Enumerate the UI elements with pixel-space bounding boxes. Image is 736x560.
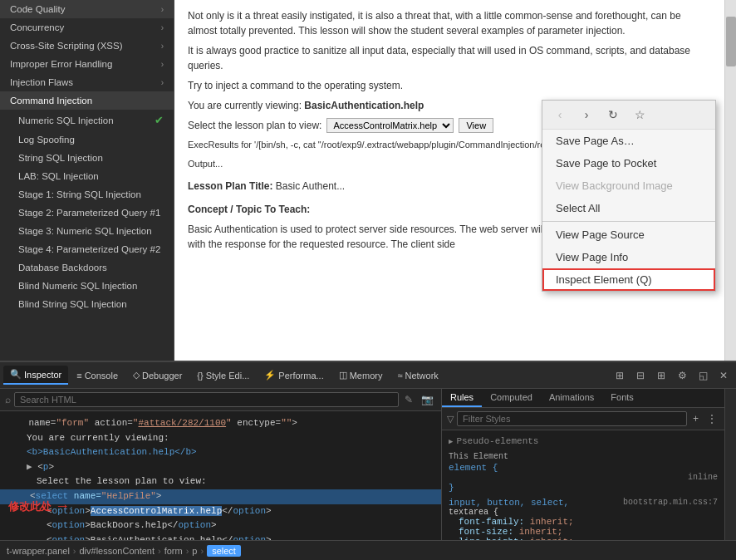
sidebar-item-stage1[interactable]: Stage 1: String SQL Injection [0, 185, 174, 204]
html-search-input[interactable] [14, 392, 399, 407]
sidebar-item-stage4[interactable]: Stage 4: Parameterized Query #2 [0, 240, 174, 258]
context-menu-save-page-as[interactable]: Save Page As… [542, 130, 715, 152]
responsive-button[interactable]: ◱ [694, 366, 712, 385]
sidebar-item-string-sql[interactable]: String SQL Injection [0, 149, 174, 167]
inspector-icon: 🔍 [10, 369, 22, 380]
this-element-label: This Element [449, 449, 718, 463]
devtools-scrollbar[interactable] [724, 389, 736, 540]
css-tab-computed[interactable]: Computed [482, 389, 541, 407]
css-tab-fonts[interactable]: Fonts [602, 389, 642, 407]
context-menu-select-all[interactable]: Select All [542, 197, 715, 219]
sidebar-item-lab-sql[interactable]: LAB: SQL Injection [0, 167, 174, 185]
sidebar-item-error-handling[interactable]: Improper Error Handling › [0, 55, 174, 73]
css-rule-element: element { inline } [449, 463, 718, 493]
css-inline-rule: inline [449, 473, 718, 483]
nav-reload-button[interactable]: ↻ [602, 105, 624, 125]
context-menu-view-page-info[interactable]: View Page Info [542, 246, 715, 268]
devtools-toolbar-right: ⊞ ⊟ ⊞ ⚙ ◱ ✕ [611, 366, 733, 385]
breadcrumb-select[interactable]: select [207, 545, 241, 557]
markup-btn[interactable]: ✎ [402, 393, 415, 406]
breadcrumb-p[interactable]: p [192, 546, 197, 556]
nav-forward-button[interactable]: › [576, 105, 597, 125]
console-icon: ≡ [76, 371, 81, 381]
sidebar-item-command-injection[interactable]: Command Injection [0, 91, 174, 110]
breadcrumb-sep-3: › [186, 546, 189, 556]
css-tab-animations[interactable]: Animations [541, 389, 602, 407]
sidebar-item-stage2[interactable]: Stage 2: Parameterized Query #1 [0, 204, 174, 222]
devtools-content: ⌕ ✎ 📷 name="form" action="#attack/282/11… [0, 389, 736, 540]
tab-style-editor[interactable]: {} Style Edi... [190, 367, 256, 384]
debugger-icon: ◇ [133, 370, 140, 381]
html-line-option3: <option>BasicAuthentication.help</option… [7, 533, 434, 540]
sidebar-item-injection-flaws[interactable]: Injection Flaws › [0, 73, 174, 91]
devtools-panel: 🔍 Inspector ≡ Console ◇ Debugger {} Styl… [0, 361, 736, 560]
pseudo-elements[interactable]: ▶ Pseudo-elements [449, 434, 718, 449]
breadcrumb-sep-1: › [73, 546, 76, 556]
sidebar: Code Quality › Concurrency › Cross-Site … [0, 0, 174, 361]
settings-button[interactable]: ⚙ [673, 366, 691, 385]
tab-debugger[interactable]: ◇ Debugger [126, 366, 189, 384]
html-line-5: Select the lesson plan to view: [7, 474, 434, 489]
css-tabs: Rules Computed Animations Fonts [442, 389, 724, 408]
content-area: Not only is it a threat easily instigate… [174, 0, 724, 361]
html-panel: ⌕ ✎ 📷 name="form" action="#attack/282/11… [0, 389, 442, 540]
tab-network[interactable]: ≈ Network [390, 367, 444, 384]
html-line-3: <b>BasicAuthentication.help</b> [7, 445, 434, 460]
paragraph2: It is always good practice to sanitize a… [188, 43, 711, 73]
context-menu-save-pocket[interactable]: Save Page to Pocket [542, 152, 715, 174]
breadcrumb-sep-4: › [200, 546, 204, 556]
dock-button[interactable]: ⊟ [631, 366, 650, 385]
css-options-button[interactable]: ⋮ [704, 413, 719, 425]
search-icon: ⌕ [5, 394, 11, 405]
triangle-icon: ▶ [449, 437, 453, 446]
tab-console[interactable]: ≡ Console [70, 367, 125, 384]
network-icon: ≈ [397, 371, 402, 381]
arrow-icon: › [161, 23, 164, 32]
checkmark-icon: ✔ [155, 114, 164, 126]
view-button[interactable]: View [459, 118, 493, 133]
html-line-option2: <option>BackDoors.help</option> [7, 518, 434, 533]
sidebar-item-numeric-sql[interactable]: Numeric SQL Injection ✔ [0, 110, 174, 130]
new-tab-button[interactable]: ⊞ [611, 366, 629, 385]
tab-inspector[interactable]: 🔍 Inspector [3, 366, 68, 385]
sidebar-item-log-spoofing[interactable]: Log Spoofing [0, 130, 174, 149]
sidebar-item-db-backdoors[interactable]: Database Backdoors [0, 258, 174, 277]
performance-icon: ⚡ [264, 370, 276, 381]
screenshot-btn[interactable]: 📷 [419, 393, 436, 406]
close-devtools-button[interactable]: ✕ [714, 366, 733, 385]
context-menu-view-bg-image: View Background Image [542, 174, 715, 197]
tab-performance[interactable]: ⚡ Performa... [258, 366, 330, 384]
breadcrumb-lesson-content[interactable]: div#lessonContent [80, 546, 155, 556]
nav-bookmark-button[interactable]: ☆ [629, 105, 650, 125]
context-menu-nav: ‹ › ↻ ☆ [542, 101, 715, 130]
sidebar-item-blind-numeric[interactable]: Blind Numeric SQL Injection [0, 277, 174, 295]
css-panel: Rules Computed Animations Fonts ▽ + ⋮ ▶ … [442, 389, 724, 540]
sidebar-item-code-quality[interactable]: Code Quality › [0, 0, 174, 18]
tab-memory[interactable]: ◫ Memory [332, 366, 390, 384]
html-line-1: name="form" action="#attack/282/1100" en… [7, 416, 434, 431]
breadcrumb-twrapper[interactable]: t-wrapper.panel [7, 546, 70, 556]
main-container: Code Quality › Concurrency › Cross-Site … [0, 0, 736, 560]
sidebar-item-stage3[interactable]: Stage 3: Numeric SQL Injection [0, 222, 174, 240]
css-add-button[interactable]: + [690, 413, 701, 425]
context-menu: ‹ › ↻ ☆ Save Page As… Save Page to Pocke… [542, 100, 716, 292]
css-content: ▶ Pseudo-elements This Element element {… [442, 430, 724, 540]
page-scrollbar[interactable] [724, 0, 736, 361]
sidebar-item-blind-string[interactable]: Blind String SQL Injection [0, 295, 174, 313]
context-menu-view-source[interactable]: View Page Source [542, 224, 715, 246]
lesson-select[interactable]: AccessControlMatrix.help [326, 118, 454, 133]
top-section: Code Quality › Concurrency › Cross-Site … [0, 0, 736, 361]
context-menu-separator [542, 221, 715, 222]
sidebar-item-concurrency[interactable]: Concurrency › [0, 18, 174, 37]
annotation-label: 修改此处 → [8, 498, 70, 515]
css-property-font-size: font-size: inherit; [449, 527, 718, 537]
breadcrumb-form[interactable]: form [164, 546, 183, 556]
css-tab-rules[interactable]: Rules [442, 389, 482, 407]
context-menu-inspect-element[interactable]: Inspect Element (Q) [542, 268, 715, 291]
css-filter-bar: ▽ + ⋮ [442, 408, 724, 430]
split-button[interactable]: ⊞ [652, 366, 670, 385]
sidebar-item-xss[interactable]: Cross-Site Scripting (XSS) › [0, 37, 174, 55]
nav-back-button[interactable]: ‹ [549, 105, 571, 125]
scrollbar-thumb [726, 17, 736, 66]
css-filter-input[interactable] [457, 411, 687, 426]
